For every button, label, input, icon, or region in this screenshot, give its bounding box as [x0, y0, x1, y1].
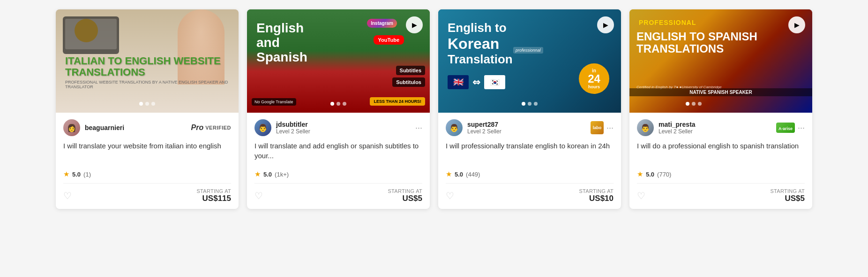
gig-title-1[interactable]: I will translate your website from itali… — [63, 141, 231, 164]
seller-level-3: Level 2 Seller — [467, 128, 501, 135]
seller-level-4: Level 2 Seller — [658, 128, 696, 135]
labo-text: labo — [593, 125, 602, 130]
price-3: US$10 — [579, 194, 614, 203]
card-body-4: 👨 mati_presta Level 2 Seller A·arise ···… — [629, 113, 812, 209]
seller-name-3[interactable]: supert287 — [467, 121, 501, 128]
rating-row-4: ★ 5.0 (770) — [637, 170, 805, 178]
in-24h-badge-3: in 24 hours — [579, 63, 609, 94]
image-dots-3 — [522, 102, 538, 106]
gig-title-3[interactable]: I will professionally translate english … — [446, 141, 614, 164]
image-inner-3: ▶ English to Korean Translation professi… — [438, 9, 621, 113]
avatar-1: 👩 — [63, 119, 80, 136]
dot-1 — [139, 102, 143, 106]
rating-score-3: 5.0 — [455, 171, 463, 178]
instagram-badge-2: Instagram — [367, 19, 397, 28]
card-image-1[interactable]: ITALIAN TO ENGLISH WEBSITE TRANSLATIONS … — [56, 9, 239, 113]
image-professional-4: PROFESSIONAL — [639, 19, 696, 26]
rating-score-1: 5.0 — [72, 171, 81, 178]
bottom-row-1: ♡ STARTING AT US$115 — [63, 183, 231, 203]
image-subtitle: PROFESSIONAL WEBSITE TRANSLATIONS BY A N… — [65, 80, 239, 89]
cards-grid: ITALIAN TO ENGLISH WEBSITE TRANSLATIONS … — [9, 9, 859, 209]
favorite-button-1[interactable]: ♡ — [63, 190, 72, 201]
gig-title-4[interactable]: I will do a professional english to span… — [637, 141, 805, 164]
bottom-row-4: ♡ STARTING AT US$5 — [637, 183, 805, 203]
image-dots — [139, 102, 155, 106]
dot-2-4 — [692, 102, 696, 106]
starting-at-label-4: STARTING AT — [770, 188, 805, 194]
coffee-decoration — [75, 19, 98, 42]
seller-name-1[interactable]: beaguarnieri — [85, 124, 124, 131]
native-speaker-badge-4: NATIVE SPANISH SPEAKER — [629, 88, 812, 96]
price-section-2: STARTING AT US$5 — [388, 188, 422, 203]
card-body-3: 👨 supert287 Level 2 Seller labo ··· I wi… — [438, 113, 621, 209]
seller-details-3: supert287 Level 2 Seller — [467, 121, 501, 135]
avatar-2: 👨 — [254, 119, 271, 136]
seller-name-2[interactable]: jdsubtitler — [276, 121, 310, 128]
gig-title-2[interactable]: I will translate and add english or span… — [254, 141, 422, 164]
play-button-4[interactable]: ▶ — [788, 16, 805, 33]
dot-3-3 — [534, 102, 538, 106]
dot-active-3 — [522, 102, 525, 106]
arise-badge-4: A·arise — [776, 123, 795, 133]
rating-count-3: (449) — [466, 171, 480, 178]
seller-badges-3: labo ··· — [591, 121, 614, 134]
verified-label: VERIFIED — [205, 125, 231, 131]
more-button-4[interactable]: ··· — [798, 123, 805, 132]
image-text-overlay: ITALIAN TO ENGLISH WEBSITE TRANSLATIONS … — [65, 55, 239, 89]
card-body-2: 👨 jdsubtitler Level 2 Seller ··· I will … — [247, 113, 430, 209]
gig-card-2: ▶ English and Spanish Instagram YouTube … — [247, 9, 430, 209]
bottom-row-2: ♡ STARTING AT US$5 — [254, 183, 422, 203]
play-button-3[interactable]: ▶ — [597, 16, 614, 33]
more-button-3[interactable]: ··· — [606, 123, 614, 132]
starting-at-label-1: STARTING AT — [196, 188, 231, 194]
subtitles-badge-2: Subtitles — [396, 66, 425, 75]
less-24h-badge-2: LESS THAN 24 HOURS! — [370, 97, 425, 106]
seller-info-3: 👨 supert287 Level 2 Seller — [446, 119, 501, 136]
seller-info-2: 👨 jdsubtitler Level 2 Seller — [254, 119, 310, 136]
seller-name-4[interactable]: mati_presta — [658, 121, 696, 128]
card-image-3[interactable]: ▶ English to Korean Translation professi… — [438, 9, 621, 113]
gig-card-1: ITALIAN TO ENGLISH WEBSITE TRANSLATIONS … — [56, 9, 239, 209]
bottom-row-3: ♡ STARTING AT US$10 — [446, 183, 614, 203]
favorite-button-2[interactable]: ♡ — [254, 190, 263, 201]
kr-flag-3: 🇰🇷 — [484, 75, 505, 89]
rating-count-2: (1k+) — [275, 171, 289, 178]
youtube-badge-2: YouTube — [374, 35, 404, 45]
no-google-badge-2: No Google Translate — [252, 98, 296, 106]
dot-2 — [145, 102, 149, 106]
avatar-4: 👨 — [637, 119, 654, 136]
rating-score-2: 5.0 — [263, 171, 272, 178]
play-button-2[interactable]: ▶ — [406, 16, 423, 33]
hours-label-3: hours — [588, 85, 600, 89]
price-4: US$5 — [770, 194, 805, 203]
favorite-button-4[interactable]: ♡ — [637, 190, 645, 201]
starting-at-label-3: STARTING AT — [579, 188, 614, 194]
seller-row-1: 👩 beaguarnieri Pro VERIFIED — [63, 119, 231, 136]
avatar-emoji-4: 👨 — [641, 123, 650, 132]
image-title-box-2: English and Spanish — [256, 21, 307, 64]
seller-details-2: jdsubtitler Level 2 Seller — [276, 121, 310, 135]
professional-badge-3: professionnal — [513, 47, 543, 54]
card-image-2[interactable]: ▶ English and Spanish Instagram YouTube … — [247, 9, 430, 113]
card-image-4[interactable]: ▶ PROFESSIONAL ENGLISH TO SPANISHTRANSLA… — [629, 9, 812, 113]
avatar-emoji-2: 👨 — [258, 123, 268, 132]
star-icon-2: ★ — [254, 170, 261, 178]
image-dots-2 — [330, 102, 346, 106]
flags-row-3: ⇔ 🇰🇷 — [448, 75, 505, 89]
rating-row-1: ★ 5.0 (1) — [63, 170, 231, 178]
more-button-2[interactable]: ··· — [415, 123, 422, 132]
spanish-text: Spanish — [256, 50, 307, 64]
image-dots-4 — [686, 102, 702, 106]
pro-label: Pro — [191, 123, 204, 132]
subtitulos-badge-2: Subtitulos — [392, 77, 425, 87]
seller-badges-1: Pro VERIFIED — [191, 123, 231, 132]
dot-3-4 — [698, 102, 702, 106]
price-2: US$5 — [388, 194, 422, 203]
star-icon-4: ★ — [637, 170, 643, 178]
favorite-button-3[interactable]: ♡ — [446, 190, 454, 201]
dot-2-3 — [528, 102, 531, 106]
rating-count-4: (770) — [657, 171, 671, 178]
price-1: US$115 — [196, 194, 231, 203]
avatar-3: 👨 — [446, 119, 463, 136]
rating-count-1: (1) — [83, 171, 91, 178]
